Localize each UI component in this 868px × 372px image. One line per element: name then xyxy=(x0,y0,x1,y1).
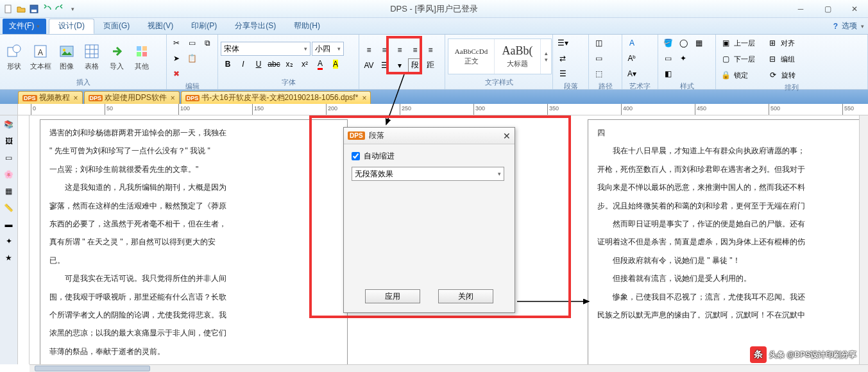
close-dialog-button[interactable]: 关闭 xyxy=(438,289,493,303)
image-button[interactable]: 图像 xyxy=(55,37,78,76)
paragraph-button[interactable]: 段 xyxy=(408,58,422,72)
close-icon[interactable]: × xyxy=(362,94,366,103)
open-icon[interactable] xyxy=(15,3,27,15)
doctab-video[interactable]: DPS视频教程× xyxy=(18,91,83,104)
options-link[interactable]: 选项 xyxy=(842,21,857,31)
superscript-icon[interactable]: x² xyxy=(298,57,312,71)
align-icon[interactable]: ⊞ xyxy=(765,36,779,50)
save-icon[interactable] xyxy=(28,3,40,15)
font-family-select[interactable]: 宋体▾ xyxy=(221,42,311,56)
line-spacing-icon[interactable]: ☰ xyxy=(377,58,391,72)
board-icon[interactable]: ▬ xyxy=(3,218,15,231)
tab-view[interactable]: 视图(V) xyxy=(139,19,182,34)
pointer-icon[interactable]: ➤ xyxy=(169,51,183,65)
background-icon[interactable]: 🖼 xyxy=(3,135,15,148)
para-icon-2[interactable]: ⇄ xyxy=(556,51,570,65)
3d-icon[interactable]: ◧ xyxy=(661,67,675,81)
cut-icon[interactable]: ✂ xyxy=(169,36,183,50)
doctab-welcome[interactable]: DPS欢迎使用DPS软件× xyxy=(84,91,180,104)
style-body[interactable]: AaBbCcDd 正文 xyxy=(448,39,495,74)
help-icon[interactable]: ? xyxy=(833,22,838,31)
close-icon[interactable]: × xyxy=(74,94,78,103)
clipart-icon[interactable]: 🌸 xyxy=(3,168,15,181)
font-size-select[interactable]: 小四▾ xyxy=(312,42,344,56)
style-heading[interactable]: AaBb( 大标题 xyxy=(495,39,541,74)
tab-help[interactable]: 帮助(H) xyxy=(285,19,329,34)
select-icon[interactable]: ▭ xyxy=(185,36,199,50)
maximize-button[interactable]: ▢ xyxy=(817,3,838,15)
paragraph-effect-combo[interactable]: 无段落效果▾ xyxy=(352,167,504,181)
tab-design[interactable]: 设计(D) xyxy=(49,19,94,34)
fill-icon[interactable]: 🪣 xyxy=(661,36,675,50)
page-right[interactable]: 四 我在十八日早晨，才知道上午有群众向执政府请愿的事； 开枪，死伤至数百人，而刘… xyxy=(588,119,868,364)
font-color-icon[interactable]: A xyxy=(313,57,327,71)
lock-icon[interactable]: 🔒 xyxy=(719,68,733,82)
para-icon-1[interactable]: ☰▾ xyxy=(556,36,570,50)
other-button[interactable]: 其他 xyxy=(130,37,153,76)
path-icon-1[interactable]: ◫ xyxy=(591,36,606,50)
dialog-titlebar[interactable]: DPS 段落 ✕ xyxy=(344,128,515,144)
kerning-icon[interactable]: 距 xyxy=(423,58,438,72)
bold-icon[interactable]: B xyxy=(221,57,235,71)
highlight-icon[interactable]: A xyxy=(328,57,343,71)
effects-icon[interactable]: ✦ xyxy=(676,51,690,65)
ruler-icon[interactable]: 📏 xyxy=(3,201,15,214)
import-button[interactable]: 导入 xyxy=(105,37,128,76)
tab-page[interactable]: 页面(G) xyxy=(94,19,139,34)
italic-icon[interactable]: I xyxy=(236,57,250,71)
apply-button[interactable]: 应用 xyxy=(365,289,420,303)
minimize-button[interactable]: ─ xyxy=(790,3,812,15)
favorite-icon[interactable]: ★ xyxy=(3,251,15,264)
vertical-scrollbar[interactable] xyxy=(859,115,868,364)
para-icon-3[interactable]: ☰ xyxy=(556,67,570,81)
align-distribute-icon[interactable]: ≡ xyxy=(423,43,438,57)
delete-icon[interactable]: ✖ xyxy=(169,67,183,81)
path-icon-2[interactable]: ▭ xyxy=(591,51,606,65)
page-left[interactable]: 遇害的刘和珍杨德群两君开追悼会的那一天，我独在 " 先生可曾为刘和珍写了一点什么… xyxy=(40,119,348,364)
frame-icon[interactable]: ▭ xyxy=(3,151,15,164)
shape-button[interactable]: 形状 xyxy=(3,37,26,76)
tab-print[interactable]: 印刷(P) xyxy=(182,19,226,34)
wordart-icon-1[interactable]: A xyxy=(625,36,639,50)
tab-export[interactable]: 分享导出(S) xyxy=(226,19,285,34)
align-center-icon[interactable]: ≡ xyxy=(377,43,391,57)
grid-icon[interactable]: ▦ xyxy=(3,185,15,198)
wordart-icon-3[interactable]: A▾ xyxy=(625,67,639,81)
undo-icon[interactable] xyxy=(41,3,53,15)
close-icon[interactable]: × xyxy=(171,94,175,103)
send-backward-icon[interactable]: ▢ xyxy=(719,52,733,66)
auto-indent-checkbox[interactable] xyxy=(352,152,360,160)
align-left-icon[interactable]: ≡ xyxy=(362,43,376,57)
path-icon-3[interactable]: ⬚ xyxy=(591,67,606,81)
redo-icon[interactable] xyxy=(54,3,65,15)
bring-forward-icon[interactable]: ▣ xyxy=(719,36,733,50)
new-icon[interactable] xyxy=(3,3,14,15)
library-icon[interactable]: 📚 xyxy=(3,118,15,131)
copy-icon[interactable]: ⧉ xyxy=(200,36,214,50)
strike-icon[interactable]: abc xyxy=(267,57,281,71)
shape-lib-icon[interactable]: ✦ xyxy=(3,235,15,248)
subscript-icon[interactable]: x₂ xyxy=(282,57,296,71)
wordart-icon-2[interactable]: Aᵇ xyxy=(625,51,639,65)
doctab-book[interactable]: DPS书-大16开软皮平装-文档20190218-1056.dpsf*× xyxy=(181,91,371,104)
file-menu[interactable]: 文件(F) ▾ xyxy=(3,19,46,34)
para-dropdown-icon[interactable]: ▾ xyxy=(393,58,407,72)
style-gallery-more-icon[interactable]: ▴▾ xyxy=(541,39,551,74)
scroll-thumb[interactable] xyxy=(35,366,150,371)
qat-dropdown-icon[interactable]: ▾ xyxy=(67,3,78,15)
char-spacing-icon[interactable]: AV xyxy=(362,58,376,72)
close-button[interactable]: ✕ xyxy=(844,3,865,15)
underline-icon[interactable]: U xyxy=(251,57,266,71)
align-right-icon[interactable]: ≡ xyxy=(393,43,407,57)
border-icon[interactable]: ▭ xyxy=(661,51,675,65)
shadow-icon[interactable]: ▦ xyxy=(692,36,706,50)
dialog-close-icon[interactable]: ✕ xyxy=(503,131,511,141)
table-button[interactable]: 表格 xyxy=(80,37,103,76)
horizontal-scrollbar[interactable] xyxy=(30,364,868,372)
group-icon[interactable]: ⊟ xyxy=(765,52,779,66)
align-justify-icon[interactable]: ≡ xyxy=(408,43,422,57)
rotate-icon[interactable]: ⟳ xyxy=(766,68,780,82)
paste-icon[interactable]: 📋 xyxy=(185,51,199,65)
outline-icon[interactable]: ◯ xyxy=(676,36,690,50)
textbox-button[interactable]: A文本框 xyxy=(28,37,53,76)
